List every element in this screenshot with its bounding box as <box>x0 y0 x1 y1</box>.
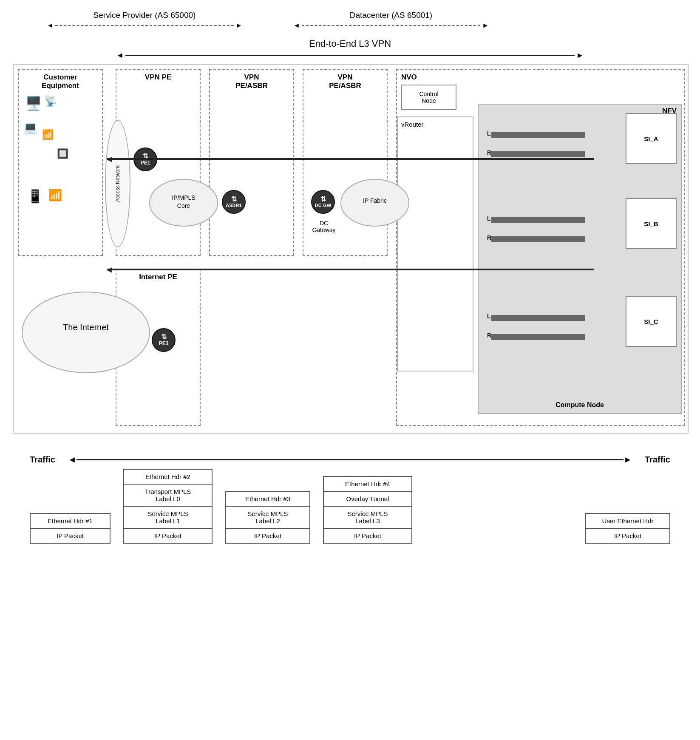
asbr1-label: ASBR1 <box>226 203 241 208</box>
bar-b-r <box>491 236 585 242</box>
packet-3: Ethernet Hdr #3 Service MPLSLabel L2 IP … <box>225 491 310 544</box>
e2e-label: End-to-End L3 VPN <box>309 38 391 49</box>
traffic-right-label: Traffic <box>645 455 670 465</box>
si-b-label: SI_B <box>644 220 658 227</box>
r3-label: R <box>487 332 491 339</box>
wifi2-icon: 📶 <box>48 189 62 202</box>
asbr1-node: ⇅ ASBR1 <box>222 190 246 214</box>
vpn-pe-label: VPN PE <box>116 70 200 82</box>
pkt3-cell1: Ethernet Hdr #3 <box>226 492 309 507</box>
vpn-peasbr1-box: VPNPE/ASBR <box>209 69 294 256</box>
traffic-arrow-upper: ◄ <box>107 158 594 160</box>
pkt2-cell1: Ethernet Hdr #2 <box>124 470 212 485</box>
packet-row: Ethernet Hdr #1 IP Packet Ethernet Hdr #… <box>26 469 674 544</box>
pkt5-cell2: IP Packet <box>586 529 669 543</box>
pkt3-cell3: IP Packet <box>226 529 309 543</box>
pe3-label: PE3 <box>159 340 169 346</box>
bar-c-r <box>491 334 585 340</box>
pkt3-cell2: Service MPLSLabel L2 <box>226 507 309 529</box>
traffic-left-label: Traffic <box>30 455 55 465</box>
access-network-label: Access Network <box>115 165 121 202</box>
internet-cloud: The Internet <box>18 286 154 379</box>
vpn-peasbr1-label: VPNPE/ASBR <box>210 70 293 90</box>
traffic-arrow-lower: ◄ <box>107 269 594 270</box>
pkt1-cell2: IP Packet <box>31 529 110 543</box>
header-section: Service Provider (AS 65000) ◄ ► Datacent… <box>13 9 687 60</box>
pkt4-cell4: IP Packet <box>324 529 411 543</box>
si-a-label: SI_A <box>644 135 658 142</box>
laptop-icon: 💻 <box>23 121 38 135</box>
customer-equipment-box: CustomerEquipment 🖥️ 📡 💻 📶 🔲 📱 📶 <box>18 69 103 256</box>
control-node-box: ControlNode <box>401 85 456 110</box>
internet-pe-label: Internet PE <box>116 269 200 281</box>
svg-text:Core: Core <box>177 202 190 209</box>
bar-a-l <box>491 132 585 138</box>
packet-4: Ethernet Hdr #4 Overlay Tunnel Service M… <box>323 476 412 544</box>
r1-label: R <box>487 149 491 156</box>
ipmpls-cloud: IP/MPLS Core <box>145 175 222 230</box>
l3-label: L <box>487 313 491 320</box>
pkt4-cell1: Ethernet Hdr #4 <box>324 477 411 492</box>
pe3-node: ⇅ PE3 <box>152 328 176 352</box>
dc-label: Datacenter (AS 65001) <box>350 11 432 20</box>
bar-c-l <box>491 315 585 321</box>
router-icon: 📡 <box>44 95 57 107</box>
l1-label: L <box>487 130 491 137</box>
si-c-label: SI_C <box>644 318 658 325</box>
dcgw-label: DC-GW <box>315 203 332 208</box>
ipfabric-cloud: IP Fabric <box>337 175 413 230</box>
pkt2-cell3: Service MPLSLabel L1 <box>124 507 212 529</box>
packet-1: Ethernet Hdr #1 IP Packet <box>30 513 111 544</box>
access-network: Access Network <box>105 120 130 247</box>
svg-text:IP/MPLS: IP/MPLS <box>172 194 195 201</box>
server-icon: 🖥️ <box>25 95 42 111</box>
bar-b-l <box>491 217 585 223</box>
si-b-box: SI_B <box>626 198 677 249</box>
wifi-icon: 📶 <box>42 129 54 140</box>
l2-label: L <box>487 215 491 222</box>
svg-point-5 <box>22 292 150 373</box>
nvo-label: NVO <box>399 70 684 82</box>
pkt4-cell3: Service MPLSLabel L3 <box>324 507 411 529</box>
dcgw-node: ⇅ DC-GW <box>311 190 335 214</box>
pkt5-cell1: User Ethernet Hdr <box>586 514 669 529</box>
packet-2: Ethernet Hdr #2 Transport MPLSLabel L0 S… <box>123 469 213 544</box>
pkt2-cell2: Transport MPLSLabel L0 <box>124 485 212 507</box>
vrouter-box <box>397 116 473 371</box>
switch-icon: 🔲 <box>57 148 68 159</box>
sp-label: Service Provider (AS 65000) <box>94 11 196 20</box>
si-a-box: SI_A <box>626 113 677 164</box>
diagram-area: CustomerEquipment 🖥️ 📡 💻 📶 🔲 📱 📶 VPN PE … <box>13 64 689 434</box>
pkt1-cell1: Ethernet Hdr #1 <box>31 514 110 529</box>
control-node-label: ControlNode <box>419 91 438 104</box>
bar-a-r <box>491 151 585 157</box>
pkt4-cell2: Overlay Tunnel <box>324 492 411 507</box>
svg-text:IP Fabric: IP Fabric <box>363 197 387 204</box>
pkt2-cell4: IP Packet <box>124 529 212 543</box>
pe1-label: PE1 <box>141 160 150 166</box>
nvo-box: NVO ControlNode vRouter NFV SI_A SI_B <box>396 69 685 426</box>
nfv-compute-box: NFV SI_A SI_B SI_C L R <box>478 104 682 414</box>
compute-node-label: Compute Node <box>479 401 681 409</box>
packet-5: User Ethernet Hdr IP Packet <box>585 513 670 544</box>
main-container: Service Provider (AS 65000) ◄ ► Datacent… <box>0 0 700 561</box>
phone-icon: 📱 <box>27 189 43 204</box>
r2-label: R <box>487 234 491 241</box>
packet-section: Traffic ◄ ► Traffic Ethernet Hdr #1 IP P… <box>13 446 687 552</box>
svg-text:The Internet: The Internet <box>63 323 109 332</box>
traffic-label-row: Traffic ◄ ► Traffic <box>26 455 674 465</box>
si-c-box: SI_C <box>626 296 677 347</box>
vpn-peasbr2-label: VPNPE/ASBR <box>303 70 387 90</box>
